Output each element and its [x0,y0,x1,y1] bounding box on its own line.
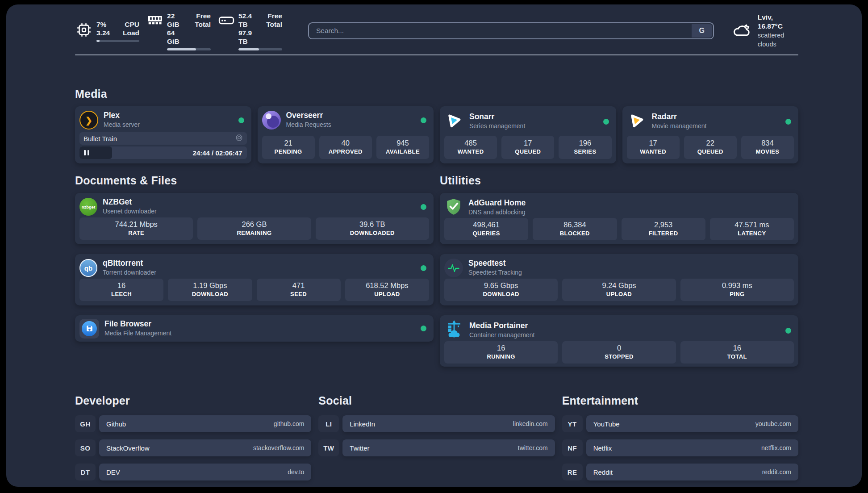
qbittorrent-status-dot [421,265,426,271]
link-row-github: GH Github github.com [75,415,311,432]
cpu-load-label: Load [123,29,139,37]
stat-tile: 16 RUNNING [444,341,558,363]
overseerr-title: Overseerr [286,111,421,120]
dashboard: 7% 3.24 CPU Load [6,4,862,487]
link-row-netflix: NF Netflix netflix.com [562,439,798,456]
stat-tile: 471 SEED [257,279,341,301]
weather-widget[interactable]: Lviv, 16.87°C scattered clouds [732,13,798,49]
stat-tile: 17 QUEUED [501,136,554,159]
plex-title: Plex [104,111,238,120]
overseerr-status-dot [421,117,426,123]
adguard-icon [444,197,463,218]
github-abbr: GH [75,415,96,432]
section-title-entertainment: Entertainment [562,394,798,407]
link-row-dev: DT DEV dev.to [75,464,311,480]
stat-tile: 21 PENDING [262,136,315,159]
link-row-stackoverflow: SO StackOverflow stackoverflow.com [75,439,311,456]
disk-total-label: Total [266,20,282,29]
nzbget-status-dot [421,204,426,210]
ram-total-label: Total [195,20,211,29]
ram-free-label: Free [195,12,211,20]
radarr-desc: Movie management [652,121,786,131]
sonarr-desc: Series management [469,121,603,131]
filebrowser-icon [79,319,99,338]
ram-progress [167,48,211,50]
stat-tile: 39.6 TB DOWNLOADED [316,217,429,240]
radarr-card[interactable]: Radarr Movie management 17 WANTED 22 QUE… [622,106,799,163]
netflix-link[interactable]: Netflix netflix.com [586,439,798,456]
plex-desc: Media server [104,120,238,130]
overseerr-desc: Media Requests [286,120,421,130]
search-input[interactable] [309,27,713,35]
stat-tile: 86,384 BLOCKED [533,218,617,240]
entertainment-section: Entertainment YT YouTube youtube.com NF … [562,394,798,480]
stat-tile: 9.65 Gbps DOWNLOAD [444,279,558,301]
youtube-link[interactable]: YouTube youtube.com [586,415,798,432]
link-row-reddit: RE Reddit reddit.com [562,464,798,480]
linkedin-link[interactable]: LinkedIn linkedin.com [342,415,555,432]
search-engine-button[interactable]: G [692,24,712,38]
speedtest-icon [444,259,463,277]
nzbget-icon: nzbget [79,198,97,216]
ram-total-value: 64 GiB [167,29,187,46]
search-bar: G [308,22,714,39]
ram-free-value: 22 GiB [167,12,187,29]
stat-tile: 0 STOPPED [562,341,676,363]
media-cards-row: ❯ Plex Media server Bullet Train 24:44 /… [75,106,798,163]
portainer-card[interactable]: Media Portainer Container management 16 … [440,315,798,367]
plex-card[interactable]: ❯ Plex Media server Bullet Train 24:44 /… [75,106,251,163]
disk-progress-fill [238,48,259,50]
filebrowser-status-dot [421,326,426,331]
stat-tile: 834 MOVIES [741,136,794,159]
sonarr-card[interactable]: Sonarr Series management 485 WANTED 17 Q… [440,106,616,163]
cpu-stat: 7% 3.24 CPU Load [75,20,139,42]
section-title-developer: Developer [75,394,311,407]
plex-progress-bar[interactable]: 24:44 / 02:06:47 [79,146,247,159]
stat-tile: 40 APPROVED [319,136,372,159]
section-title-media: Media [75,88,798,100]
dev-link[interactable]: DEV dev.to [99,464,311,480]
adguard-card[interactable]: AdGuard Home DNS and adblocking 498,461 … [440,193,798,244]
plex-icon: ❯ [79,111,98,130]
link-row-youtube: YT YouTube youtube.com [562,415,798,432]
stackoverflow-link[interactable]: StackOverflow stackoverflow.com [99,439,311,456]
cpu-load-value: 3.24 [96,29,110,37]
cpu-progress [96,40,139,42]
stackoverflow-abbr: SO [75,439,96,456]
reddit-link[interactable]: Reddit reddit.com [586,464,798,480]
overseerr-card[interactable]: Overseerr Media Requests 21 PENDING 40 A… [258,106,434,163]
documents-column: Documents & Files nzbget NZBGet Usenet d… [75,174,434,367]
reddit-abbr: RE [562,464,583,480]
twitter-link[interactable]: Twitter twitter.com [342,439,555,456]
speedtest-card[interactable]: Speedtest Speedtest Tracking 9.65 Gbps D… [440,254,798,305]
radarr-status-dot [785,119,791,125]
github-link[interactable]: Github github.com [99,415,311,432]
stat-tile: 16 TOTAL [680,341,794,363]
twitter-abbr: TW [318,439,339,456]
section-title-utilities: Utilities [440,174,798,187]
overseerr-icon [262,111,281,130]
section-title-documents: Documents & Files [75,174,434,187]
filebrowser-card[interactable]: File Browser Media File Management [75,315,434,342]
media-type-icon [235,134,243,143]
stat-tile: 744.21 Mbps RATE [79,217,193,240]
social-section: Social LI LinkedIn linkedin.com TW Twitt… [318,394,555,480]
weather-location-temp: Lviv, 16.87°C [758,13,798,31]
now-playing-title: Bullet Train [83,135,235,142]
pause-button[interactable] [84,150,89,155]
nzbget-card[interactable]: nzbget NZBGet Usenet downloader 744.21 M… [75,193,434,244]
stat-tile: 9.24 Gbps UPLOAD [562,279,676,301]
disk-progress [238,48,282,50]
disk-free-value: 52.4 TB [238,12,258,29]
cpu-progress-fill [96,40,100,42]
stat-tile: 22 QUEUED [684,136,737,159]
stat-tile: 196 SERIES [559,136,611,159]
netflix-abbr: NF [562,439,583,456]
qbittorrent-card[interactable]: qb qBittorrent Torrent downloader 16 LEE… [75,254,434,305]
stat-tile: 945 AVAILABLE [376,136,429,159]
ram-icon [146,13,163,26]
stat-tile: 618.52 Mbps UPLOAD [345,279,429,301]
stat-tile: 266 GB REMAINING [197,217,311,240]
section-title-social: Social [318,394,555,407]
linkedin-abbr: LI [318,415,339,432]
